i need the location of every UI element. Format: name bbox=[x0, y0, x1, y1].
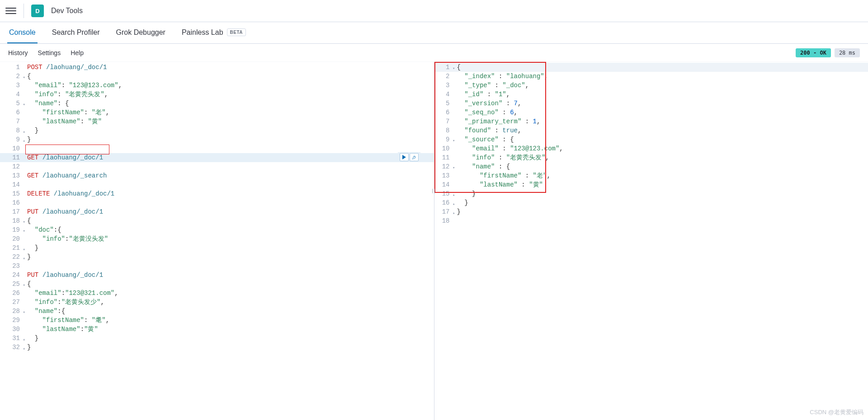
request-editor-pane[interactable]: 12▾345▾678▴9▴101112131415161718▾19▾2021▴… bbox=[0, 62, 434, 420]
request-code[interactable]: POST /laohuang/_doc/1{ "email": "123@123… bbox=[27, 62, 434, 352]
watermark-text: CSDN @老黄爱编码 bbox=[810, 408, 863, 416]
help-link[interactable]: Help bbox=[71, 49, 84, 56]
line-action-buttons bbox=[398, 152, 420, 162]
app-header: D Dev Tools bbox=[0, 0, 868, 22]
history-link[interactable]: History bbox=[8, 49, 28, 56]
response-viewer-pane[interactable]: 1▾23456789▾101112▾131415▴16▴17▴18 { "_in… bbox=[434, 62, 868, 420]
settings-link[interactable]: Settings bbox=[38, 49, 61, 56]
request-gutter: 12▾345▾678▴9▴101112131415161718▾19▾2021▴… bbox=[0, 62, 24, 352]
timing-badge: 28 ms bbox=[835, 48, 860, 57]
response-code: { "_index" : "laohuang", "_type" : "_doc… bbox=[457, 62, 868, 225]
hamburger-menu-icon[interactable] bbox=[5, 5, 16, 16]
run-request-button[interactable] bbox=[400, 153, 409, 161]
tab-painless-lab[interactable]: Painless Lab BETA bbox=[180, 22, 248, 43]
status-badge: 200 - OK bbox=[796, 48, 831, 57]
console-subnav: History Settings Help 200 - OK 28 ms bbox=[0, 44, 868, 62]
divider bbox=[24, 4, 24, 18]
beta-badge: BETA bbox=[227, 28, 246, 36]
tab-painless-lab-label: Painless Lab bbox=[182, 28, 223, 37]
tabs-row: Console Search Profiler Grok Debugger Pa… bbox=[0, 22, 868, 44]
tab-console[interactable]: Console bbox=[7, 22, 38, 43]
request-options-button[interactable] bbox=[410, 153, 419, 161]
tab-search-profiler[interactable]: Search Profiler bbox=[50, 22, 102, 43]
page-title: Dev Tools bbox=[51, 7, 83, 15]
tab-grok-debugger[interactable]: Grok Debugger bbox=[114, 22, 167, 43]
response-gutter: 1▾23456789▾101112▾131415▴16▴17▴18 bbox=[434, 62, 454, 225]
main-split: 12▾345▾678▴9▴101112131415161718▾19▾2021▴… bbox=[0, 62, 868, 420]
app-icon[interactable]: D bbox=[31, 5, 44, 17]
